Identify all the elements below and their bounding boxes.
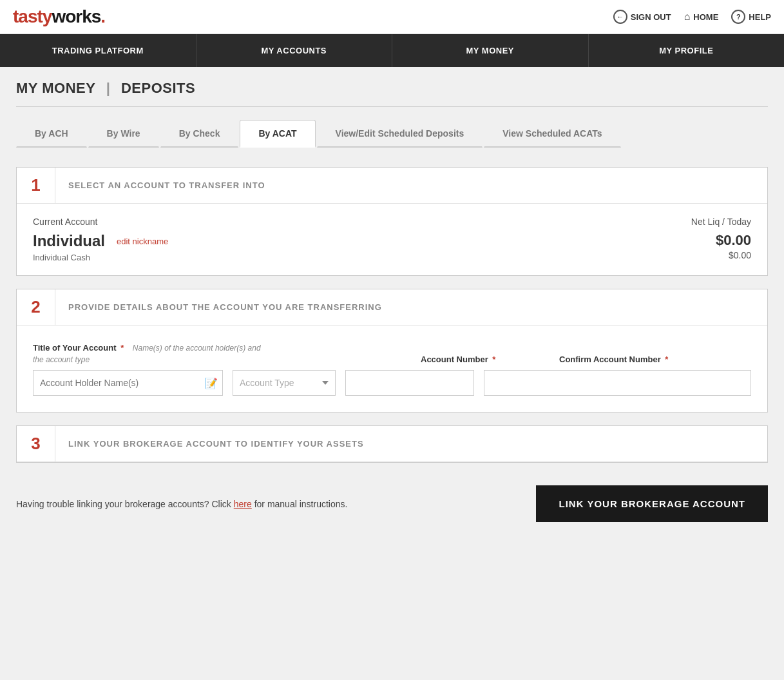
tab-by-wire[interactable]: By Wire: [88, 120, 159, 148]
account-info-header: Current Account Net Liq / Today: [33, 217, 751, 227]
edit-nickname-link[interactable]: edit nickname: [117, 237, 168, 246]
step1-header: 1 SELECT AN ACCOUNT TO TRANSFER INTO: [17, 168, 767, 204]
netliq-value: $0.00: [716, 232, 751, 249]
tab-by-acat[interactable]: By ACAT: [240, 120, 315, 148]
link-brokerage-button[interactable]: LINK YOUR BROKERAGE ACCOUNT: [536, 485, 768, 522]
header: tastyworks. ← SIGN OUT ⌂ HOME ? HELP: [0, 0, 784, 34]
breadcrumb: MY MONEY | DEPOSITS: [16, 80, 768, 97]
account-type-select[interactable]: Account Type Individual Joint IRA Roth I…: [233, 370, 336, 396]
page-divider: [16, 106, 768, 107]
account-holder-name-input[interactable]: [33, 370, 223, 396]
step2-header: 2 PROVIDE DETAILS ABOUT THE ACCOUNT YOU …: [17, 289, 767, 325]
home-icon: ⌂: [684, 11, 691, 23]
logo-tasty: tasty: [13, 6, 52, 26]
nav-my-profile[interactable]: MY PROFILE: [589, 34, 785, 67]
logo: tastyworks.: [13, 6, 105, 27]
tab-by-check[interactable]: By Check: [160, 120, 239, 148]
netliq-label: Net Liq / Today: [691, 217, 751, 227]
logo-works: works: [52, 6, 100, 26]
tabs-container: By ACH By Wire By Check By ACAT View/Edi…: [16, 120, 768, 148]
step3-title: LINK YOUR BROKERAGE ACCOUNT TO IDENTIFY …: [55, 426, 377, 461]
bottom-section: Having trouble linking your brokerage ac…: [16, 479, 768, 529]
nav-my-money[interactable]: MY MONEY: [392, 34, 589, 67]
sign-out-label: SIGN OUT: [631, 12, 671, 22]
account-name: Individual: [33, 232, 105, 250]
tab-view-scheduled-acats[interactable]: View Scheduled ACATs: [484, 120, 620, 148]
sign-out-button[interactable]: ← SIGN OUT: [613, 10, 671, 24]
help-button[interactable]: ? HELP: [731, 10, 771, 24]
nav-trading-platform[interactable]: TRADING PLATFORM: [0, 34, 196, 67]
netliq-sub: $0.00: [716, 250, 751, 260]
title-of-account-label: Title of Your Account *: [33, 343, 126, 353]
account-right: $0.00 $0.00: [716, 232, 751, 260]
current-account-label: Current Account: [33, 217, 97, 227]
step1-title: SELECT AN ACCOUNT TO TRANSFER INTO: [55, 168, 278, 203]
trouble-text: Having trouble linking your brokerage ac…: [16, 499, 347, 509]
account-left: Individual edit nickname Individual Cash: [33, 232, 168, 262]
home-label: HOME: [693, 12, 718, 22]
page-content: MY MONEY | DEPOSITS By ACH By Wire By Ch…: [0, 67, 784, 541]
account-number-input[interactable]: [345, 370, 474, 396]
breadcrumb-page: DEPOSITS: [121, 80, 195, 96]
help-label: HELP: [749, 12, 771, 22]
account-row: Individual edit nickname Individual Cash…: [33, 232, 751, 262]
step1-account-info: Current Account Net Liq / Today Individu…: [17, 204, 767, 275]
confirm-number-label: Confirm Account Number *: [559, 355, 668, 364]
breadcrumb-separator: |: [106, 80, 111, 96]
step1-number: 1: [17, 168, 55, 203]
breadcrumb-section: MY MONEY: [16, 80, 95, 96]
nav-my-accounts[interactable]: MY ACCOUNTS: [196, 34, 393, 67]
step3-number: 3: [17, 426, 55, 461]
step2-section: 2 PROVIDE DETAILS ABOUT THE ACCOUNT YOU …: [16, 289, 768, 413]
step2-number: 2: [17, 289, 55, 325]
logo-dot: .: [100, 6, 105, 26]
navbar: TRADING PLATFORM MY ACCOUNTS MY MONEY MY…: [0, 34, 784, 67]
sign-out-icon: ←: [613, 10, 627, 24]
step3-header: 3 LINK YOUR BROKERAGE ACCOUNT TO IDENTIF…: [17, 426, 767, 462]
home-button[interactable]: ⌂ HOME: [684, 11, 719, 23]
account-type-label: Individual Cash: [33, 253, 168, 262]
tab-by-ach[interactable]: By ACH: [16, 120, 87, 148]
help-icon: ?: [731, 10, 745, 24]
confirm-account-number-input[interactable]: [484, 370, 751, 396]
tab-view-edit-scheduled[interactable]: View/Edit Scheduled Deposits: [317, 120, 483, 148]
manual-instructions-link[interactable]: here: [234, 499, 252, 509]
step3-section: 3 LINK YOUR BROKERAGE ACCOUNT TO IDENTIF…: [16, 425, 768, 463]
name-input-icon: 📝: [205, 377, 218, 389]
account-number-label: Account Number *: [421, 355, 495, 364]
header-actions: ← SIGN OUT ⌂ HOME ? HELP: [613, 10, 771, 24]
step2-form: Title of Your Account * Name(s) of the a…: [17, 325, 767, 412]
name-input-wrapper: 📝: [33, 370, 223, 396]
step2-title: PROVIDE DETAILS ABOUT THE ACCOUNT YOU AR…: [55, 289, 395, 325]
step1-section: 1 SELECT AN ACCOUNT TO TRANSFER INTO Cur…: [16, 167, 768, 276]
